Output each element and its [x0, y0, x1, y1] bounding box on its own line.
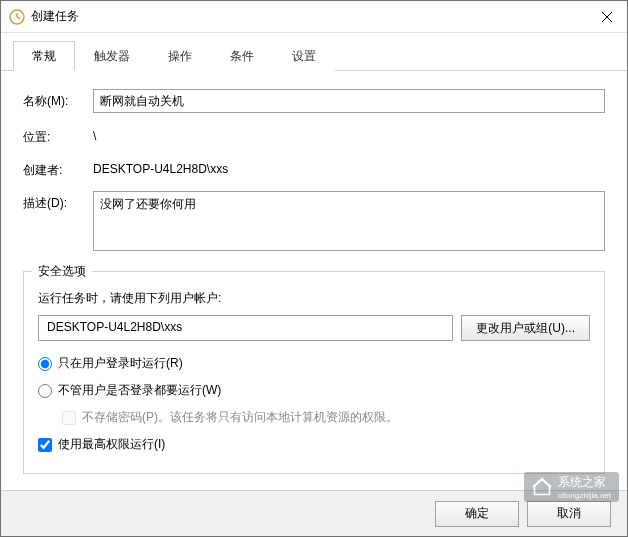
radio-logged-on-label: 只在用户登录时运行(R) [58, 355, 183, 372]
radio-any-user[interactable] [38, 384, 52, 398]
check-highest-priv-row[interactable]: 使用最高权限运行(I) [38, 436, 590, 453]
radio-logged-on[interactable] [38, 357, 52, 371]
location-value: \ [93, 125, 96, 143]
location-label: 位置: [23, 125, 93, 146]
app-icon [9, 9, 25, 25]
account-row: DESKTOP-U4L2H8D\xxs 更改用户或组(U)... [38, 315, 590, 341]
row-description: 描述(D): [23, 191, 605, 251]
author-label: 创建者: [23, 158, 93, 179]
tab-general[interactable]: 常规 [13, 41, 75, 71]
check-no-password-row: 不存储密码(P)。该任务将只有访问本地计算机资源的权限。 [62, 409, 590, 426]
name-label: 名称(M): [23, 89, 93, 110]
security-fieldset: 安全选项 运行任务时，请使用下列用户帐户: DESKTOP-U4L2H8D\xx… [23, 263, 605, 474]
description-input[interactable] [93, 191, 605, 251]
check-no-password-label: 不存储密码(P)。该任务将只有访问本地计算机资源的权限。 [82, 409, 398, 426]
radio-logged-on-row[interactable]: 只在用户登录时运行(R) [38, 355, 590, 372]
tab-actions[interactable]: 操作 [149, 41, 211, 71]
window-title: 创建任务 [31, 8, 587, 25]
security-legend: 安全选项 [32, 263, 92, 280]
close-button[interactable] [587, 1, 627, 33]
svg-line-2 [17, 17, 20, 19]
radio-any-user-label: 不管用户是否登录都要运行(W) [58, 382, 221, 399]
row-location: 位置: \ [23, 125, 605, 146]
run-as-label: 运行任务时，请使用下列用户帐户: [38, 290, 590, 307]
tab-bar: 常规 触发器 操作 条件 设置 [1, 33, 627, 71]
tab-conditions[interactable]: 条件 [211, 41, 273, 71]
content-area: 名称(M): 位置: \ 创建者: DESKTOP-U4L2H8D\xxs 描述… [1, 71, 627, 498]
check-no-password [62, 411, 76, 425]
tab-settings[interactable]: 设置 [273, 41, 335, 71]
radio-any-user-row[interactable]: 不管用户是否登录都要运行(W) [38, 382, 590, 399]
check-highest-priv[interactable] [38, 438, 52, 452]
footer: 确定 取消 [1, 490, 627, 536]
account-display: DESKTOP-U4L2H8D\xxs [38, 315, 453, 341]
author-value: DESKTOP-U4L2H8D\xxs [93, 158, 228, 176]
ok-button[interactable]: 确定 [435, 501, 519, 527]
titlebar: 创建任务 [1, 1, 627, 33]
tab-triggers[interactable]: 触发器 [75, 41, 149, 71]
dialog-window: 创建任务 常规 触发器 操作 条件 设置 名称(M): 位置: \ 创建者: D… [0, 0, 628, 537]
check-highest-priv-label: 使用最高权限运行(I) [58, 436, 165, 453]
name-input[interactable] [93, 89, 605, 113]
change-user-button[interactable]: 更改用户或组(U)... [461, 315, 590, 341]
description-label: 描述(D): [23, 191, 93, 212]
row-name: 名称(M): [23, 89, 605, 113]
cancel-button[interactable]: 取消 [527, 501, 611, 527]
row-author: 创建者: DESKTOP-U4L2H8D\xxs [23, 158, 605, 179]
